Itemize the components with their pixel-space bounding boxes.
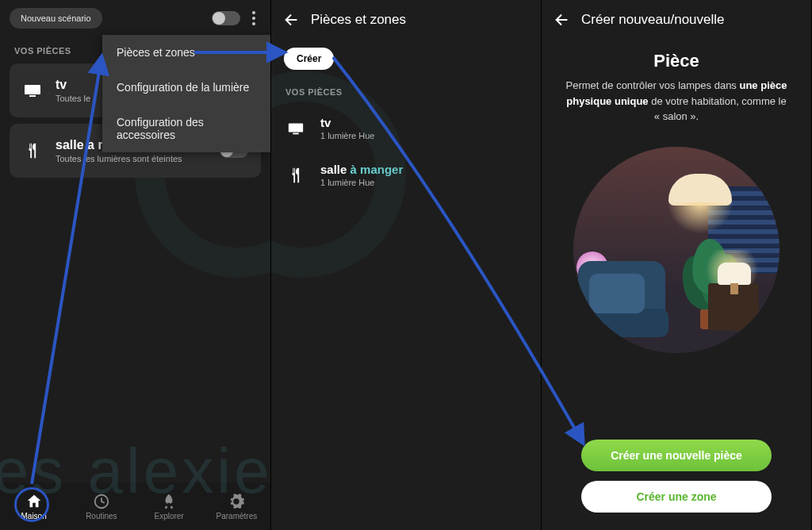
rocket-icon [160, 493, 178, 510]
arrow-left-icon [553, 11, 571, 29]
menu-rooms-zones[interactable]: Pièces et zones [102, 35, 270, 70]
svg-rect-3 [289, 123, 303, 132]
nav-settings[interactable]: Paramètres [203, 482, 270, 530]
svg-rect-1 [29, 95, 36, 97]
create-heading: Pièce [542, 51, 811, 71]
cutlery-icon [22, 140, 43, 161]
back-button[interactable] [551, 9, 573, 31]
nav-settings-label: Paramètres [216, 512, 258, 520]
svg-rect-4 [293, 132, 298, 134]
new-scenario-button[interactable]: Nouveau scénario [10, 8, 102, 29]
nav-explore-label: Explorer [155, 512, 184, 520]
room-sub: Toutes le [56, 94, 90, 103]
nav-explore[interactable]: Explorer [136, 482, 203, 530]
room-sub: Toutes les lumières sont éteintes [56, 154, 182, 163]
cutlery-icon [285, 165, 306, 186]
room-name: tv [56, 78, 90, 92]
create-room-button[interactable]: Créer une nouvelle pièce [581, 440, 772, 471]
menu-accessory-config[interactable]: Configuration des accessoires [102, 105, 270, 152]
create-chip[interactable]: Créer [284, 48, 334, 70]
header: Pièces et zones [271, 0, 541, 40]
room-row-dining[interactable]: salle à manger 1 lumière Hue [271, 152, 541, 198]
clock-icon [93, 493, 110, 510]
room-row-tv[interactable]: tv 1 lumière Hue [271, 105, 541, 152]
nav-routines-label: Routines [86, 512, 117, 520]
room-name: tv [320, 116, 374, 129]
room-sub: 1 lumière Hue [320, 178, 403, 187]
room-illustration [573, 147, 779, 353]
header-title: Créer nouveau/nouvelle [581, 12, 725, 28]
tutorial-highlight-circle [14, 487, 49, 522]
nav-routines[interactable]: Routines [67, 482, 135, 530]
overflow-menu-icon[interactable] [247, 9, 261, 28]
global-toggle[interactable] [212, 11, 240, 25]
rooms-section-label: VOS PIÈCES [271, 76, 541, 105]
header-title: Pièces et zones [311, 12, 406, 28]
panel-create-new: Créer nouveau/nouvelle Pièce Permet de c… [541, 0, 811, 530]
svg-rect-0 [25, 85, 40, 94]
tv-icon [285, 118, 306, 139]
room-sub: 1 lumière Hue [320, 131, 374, 140]
create-description: Permet de contrôler vos lampes dans une … [542, 71, 811, 125]
menu-light-config[interactable]: Configuration de la lumière [102, 70, 270, 105]
back-button[interactable] [281, 9, 303, 31]
panel-rooms-zones: Pièces et zones Créer VOS PIÈCES tv 1 lu… [270, 0, 541, 530]
room-name: salle à manger [320, 163, 403, 176]
create-zone-button[interactable]: Créer une zone [581, 481, 772, 513]
overflow-dropdown: Pièces et zones Configuration de la lumi… [102, 35, 270, 152]
header: Créer nouveau/nouvelle [542, 0, 811, 40]
tv-icon [22, 80, 43, 101]
gear-icon [228, 493, 245, 510]
panel-home: Nouveau scénario VOS PIÈCES tv Toutes le… [0, 0, 270, 530]
arrow-left-icon [283, 11, 301, 29]
